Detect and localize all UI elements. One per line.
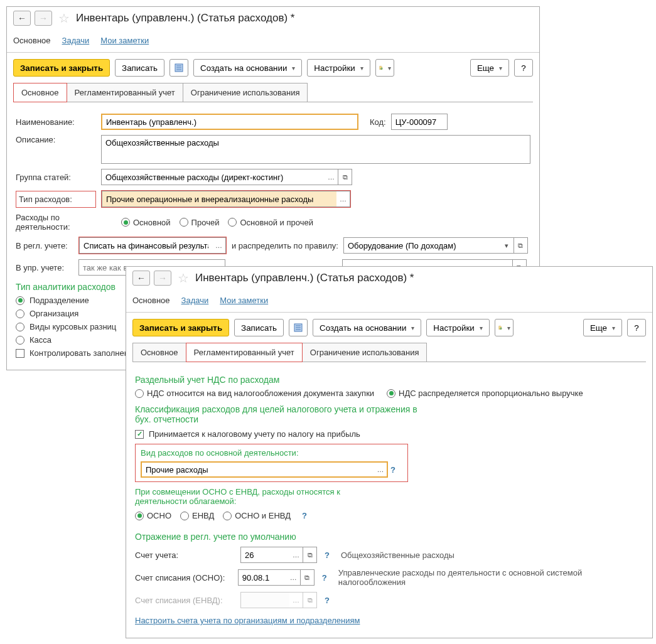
form-body: Раздельный учет НДС по расходам НДС отно…: [126, 362, 652, 377]
svg-point-4: [380, 68, 382, 70]
list-icon-button[interactable]: [169, 59, 188, 77]
group-input[interactable]: [101, 169, 325, 185]
radio-other[interactable]: Прочей: [180, 218, 220, 227]
sub-tab-main[interactable]: Основное: [132, 343, 186, 362]
open-icon[interactable]: ⧉: [514, 237, 528, 254]
nav-tab-notes[interactable]: Мои заметки: [100, 31, 149, 52]
nav-tabs: Основное Задачи Мои заметки: [126, 289, 652, 313]
save-close-button[interactable]: Записать и закрыть: [13, 59, 110, 77]
type-input[interactable]: [102, 191, 336, 207]
command-bar: Записать и закрыть Записать Создать на о…: [7, 53, 539, 83]
radio-both[interactable]: Основной и прочей: [228, 218, 313, 227]
nav-tab-main[interactable]: Основное: [132, 291, 170, 312]
back-button[interactable]: ←: [13, 11, 31, 26]
desc-label: Описание:: [16, 135, 96, 144]
dropdown-icon[interactable]: ▾: [500, 237, 514, 254]
sub-tabs: Основное Регламентированный учет Огранич…: [126, 343, 652, 362]
title-bar: ← → ☆ Инвентарь (управленч.) (Статья рас…: [7, 7, 539, 30]
ellipsis-icon[interactable]: …: [325, 169, 338, 185]
help-button[interactable]: ?: [514, 59, 533, 77]
more-button[interactable]: Еще: [583, 319, 622, 336]
type-label: Тип расходов:: [16, 191, 96, 208]
favorite-icon[interactable]: ☆: [178, 271, 189, 286]
create-based-on-button[interactable]: Создать на основании: [313, 319, 421, 336]
window-expense-item-regl: ← → ☆ Инвентарь (управленч.) (Статья рас…: [126, 266, 653, 377]
command-bar: Записать и закрыть Записать Создать на о…: [126, 313, 652, 343]
type-combo[interactable]: …: [101, 190, 351, 208]
create-based-on-button[interactable]: Создать на основании: [193, 59, 302, 77]
more-button[interactable]: Еще: [470, 59, 509, 77]
nav-tab-main[interactable]: Основное: [13, 31, 51, 52]
attachment-button[interactable]: [495, 319, 514, 336]
save-button[interactable]: Записать: [234, 319, 284, 336]
regl-combo[interactable]: …: [78, 237, 227, 254]
title-bar: ← → ☆ Инвентарь (управленч.) (Статья рас…: [126, 267, 652, 289]
group-combo[interactable]: … ⧉: [101, 169, 352, 185]
name-input[interactable]: [101, 114, 358, 130]
regl-input[interactable]: [79, 237, 212, 254]
window-title: Инвентарь (управленч.) (Статья расходов)…: [195, 272, 414, 284]
favorite-icon[interactable]: ☆: [58, 11, 70, 26]
settings-button[interactable]: Настройки: [307, 59, 370, 77]
window-title: Инвентарь (управленч.) (Статья расходов)…: [76, 12, 294, 24]
group-label: Группа статей:: [16, 173, 96, 182]
code-input[interactable]: [391, 114, 448, 130]
name-label: Наименование:: [16, 117, 96, 127]
activity-label: Расходы по деятельности:: [16, 213, 116, 232]
list-icon-button[interactable]: [289, 319, 308, 336]
regl-label: В регл. учете:: [16, 241, 73, 250]
distr-label: и распределить по правилу:: [232, 241, 338, 250]
save-close-button[interactable]: Записать и закрыть: [132, 319, 229, 336]
sub-tab-restrict[interactable]: Ограничение использования: [183, 83, 308, 102]
vat-section-title: Раздельный учет НДС по расходам: [135, 375, 643, 377]
ellipsis-icon[interactable]: …: [212, 237, 226, 254]
code-label: Код:: [370, 117, 386, 127]
settings-button[interactable]: Настройки: [426, 319, 489, 336]
sub-tab-regl[interactable]: Регламентированный учет: [186, 343, 303, 362]
nav-tabs: Основное Задачи Мои заметки: [7, 30, 539, 53]
desc-textarea[interactable]: [101, 135, 530, 164]
sub-tab-regl[interactable]: Регламентированный учет: [67, 83, 183, 102]
back-button[interactable]: ←: [132, 271, 150, 286]
forward-button: →: [35, 11, 52, 26]
nav-tab-tasks[interactable]: Задачи: [62, 31, 90, 52]
forward-button: →: [154, 271, 171, 286]
sub-tab-restrict[interactable]: Ограничение использования: [302, 343, 427, 362]
distr-input[interactable]: [343, 237, 500, 254]
nav-tab-notes[interactable]: Мои заметки: [220, 291, 268, 312]
help-button[interactable]: ?: [627, 319, 646, 336]
radio-main[interactable]: Основной: [121, 218, 171, 227]
nav-tab-tasks[interactable]: Задачи: [181, 291, 209, 312]
save-button[interactable]: Записать: [115, 59, 164, 77]
ellipsis-icon[interactable]: …: [336, 191, 350, 207]
attachment-button[interactable]: [375, 59, 394, 77]
svg-point-9: [500, 328, 502, 330]
upr-label: В упр. учете:: [16, 263, 73, 272]
sub-tabs: Основное Регламентированный учет Огранич…: [7, 83, 539, 102]
open-icon[interactable]: ⧉: [338, 169, 352, 185]
activity-radio-group: Основной Прочей Основной и прочей: [121, 218, 313, 227]
distr-combo[interactable]: ▾ ⧉: [343, 237, 528, 254]
sub-tab-main[interactable]: Основное: [13, 83, 67, 102]
